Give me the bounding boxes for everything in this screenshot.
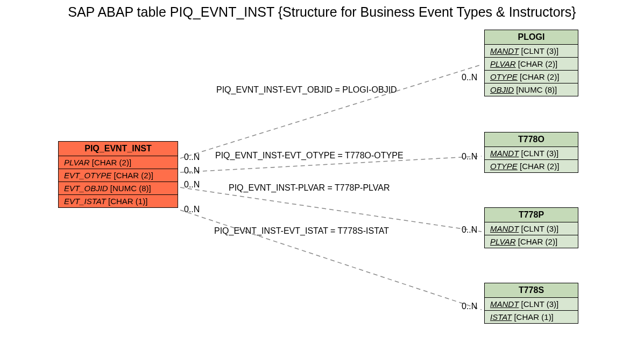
field-row: ISTAT [CHAR (1)]	[485, 311, 578, 323]
field-row: MANDT [CLNT (3)]	[485, 45, 578, 58]
field-row: MANDT [CLNT (3)]	[485, 222, 578, 235]
field-row: OTYPE [CHAR (2)]	[485, 71, 578, 83]
cardinality-right: 0..N	[462, 225, 477, 235]
entity-header: PIQ_EVNT_INST	[59, 142, 178, 156]
cardinality-left: 0..N	[184, 205, 200, 214]
field-row: MANDT [CLNT (3)]	[485, 147, 578, 160]
field-row: EVT_OTYPE [CHAR (2)]	[59, 169, 178, 182]
svg-line-0	[180, 65, 482, 158]
field-row: MANDT [CLNT (3)]	[485, 298, 578, 311]
cardinality-right: 0..N	[462, 302, 477, 311]
field-row: EVT_ISTAT [CHAR (1)]	[59, 195, 178, 207]
entity-t778o: T778O MANDT [CLNT (3)] OTYPE [CHAR (2)]	[484, 132, 578, 173]
page-title: SAP ABAP table PIQ_EVNT_INST {Structure …	[68, 4, 576, 20]
relation-label: PIQ_EVNT_INST-EVT_ISTAT = T778S-ISTAT	[214, 226, 389, 236]
cardinality-left: 0..N	[184, 152, 200, 162]
relation-label: PIQ_EVNT_INST-PLVAR = T778P-PLVAR	[229, 183, 390, 193]
field-row: PLVAR [CHAR (2)]	[485, 235, 578, 248]
entity-header: T778O	[485, 132, 578, 147]
entity-header: PLOGI	[485, 30, 578, 45]
entity-plogi: PLOGI MANDT [CLNT (3)] PLVAR [CHAR (2)] …	[484, 30, 578, 96]
entity-piq-evnt-inst: PIQ_EVNT_INST PLVAR [CHAR (2)] EVT_OTYPE…	[58, 141, 178, 208]
field-row: OBJID [NUMC (8)]	[485, 83, 578, 96]
cardinality-right: 0..N	[462, 152, 477, 162]
entity-t778p: T778P MANDT [CLNT (3)] PLVAR [CHAR (2)]	[484, 207, 578, 248]
field-row: OTYPE [CHAR (2)]	[485, 160, 578, 172]
field-row: PLVAR [CHAR (2)]	[59, 156, 178, 169]
cardinality-left: 0..N	[184, 180, 200, 190]
field-row: EVT_OBJID [NUMC (8)]	[59, 182, 178, 195]
cardinality-left: 0..N	[184, 166, 200, 176]
cardinality-right: 0..N	[462, 73, 477, 82]
svg-line-2	[180, 187, 482, 232]
entity-t778s: T778S MANDT [CLNT (3)] ISTAT [CHAR (1)]	[484, 283, 578, 324]
svg-line-3	[180, 210, 482, 310]
relation-label: PIQ_EVNT_INST-EVT_OBJID = PLOGI-OBJID	[216, 85, 397, 95]
relation-label: PIQ_EVNT_INST-EVT_OTYPE = T778O-OTYPE	[215, 151, 404, 160]
entity-header: T778P	[485, 208, 578, 222]
field-row: PLVAR [CHAR (2)]	[485, 58, 578, 71]
entity-header: T778S	[485, 283, 578, 298]
